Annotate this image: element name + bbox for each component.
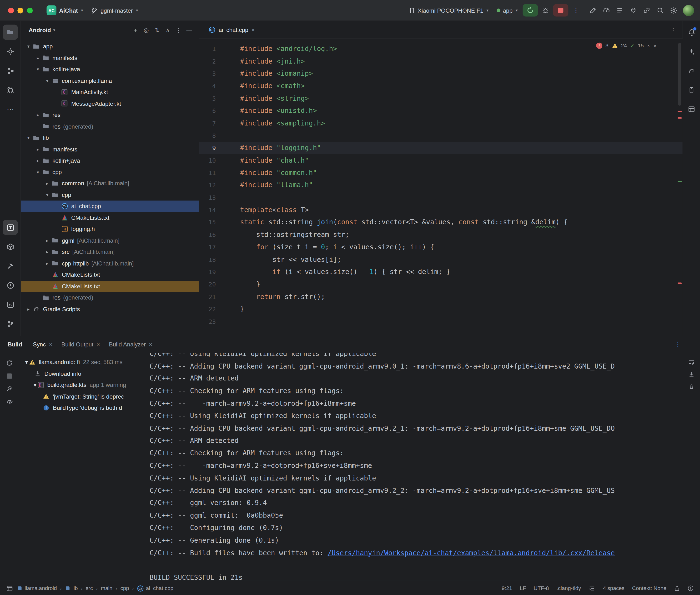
line-number[interactable]: 16 <box>199 231 216 238</box>
tree-item-com-example-llama[interactable]: ▾com.example.llama <box>21 75 199 86</box>
code-line-7[interactable]: 7#include <sampling.h> <box>199 117 682 129</box>
build-tree-item-build-gradle-kts[interactable]: ▾build.gradle.ktsapp 1 warning <box>19 379 145 391</box>
line-number[interactable]: 8 <box>199 132 216 139</box>
error-stripe[interactable] <box>677 38 682 336</box>
line-number[interactable]: 7 <box>199 119 216 127</box>
expand-chevron-icon[interactable]: ▸ <box>43 181 51 186</box>
line-number[interactable]: 21 <box>199 293 216 300</box>
pin-icon[interactable] <box>6 386 12 392</box>
dependencies-tool-button[interactable] <box>3 239 18 254</box>
expand-chevron-icon[interactable]: ▾ <box>34 67 42 72</box>
tree-item-res[interactable]: res(generated) <box>21 292 199 303</box>
line-number[interactable]: 12 <box>199 181 216 189</box>
more-run-options-kebab[interactable]: ⋮ <box>569 4 583 17</box>
tree-item-res[interactable]: res(generated) <box>21 121 199 132</box>
file-encoding[interactable]: UTF-8 <box>534 585 549 591</box>
line-number[interactable]: 13 <box>199 194 216 201</box>
code-line-18[interactable]: 18 str << values[i]; <box>199 253 682 266</box>
inspections-widget[interactable]: ! 3 24 ✓ 15 ∧ ∨ <box>593 42 659 50</box>
vcs-widget[interactable]: ggml-master ▾ <box>87 4 142 17</box>
close-tab-icon[interactable]: × <box>252 26 255 33</box>
context[interactable]: Context: None <box>632 585 666 591</box>
clear-console-button[interactable] <box>688 383 695 390</box>
line-number[interactable]: 11 <box>199 169 216 176</box>
structure-tool-button[interactable] <box>3 63 18 78</box>
expand-chevron-icon[interactable]: ▾ <box>25 44 32 49</box>
lock-icon[interactable] <box>674 585 680 591</box>
line-number[interactable]: 4 <box>199 82 216 89</box>
code-line-6[interactable]: 6#include <unistd.h> <box>199 105 682 117</box>
code-line-4[interactable]: 4#include <cmath> <box>199 80 682 92</box>
indent-size[interactable]: 4 spaces <box>603 585 624 591</box>
breadcrumb-cpp[interactable]: cpp <box>120 585 129 591</box>
close-tab-icon[interactable]: × <box>149 341 152 348</box>
minimize-window-button[interactable] <box>18 7 23 13</box>
tree-item-ggml[interactable]: ▸ggml[AiChat.lib.main] <box>21 235 199 246</box>
change-mark[interactable] <box>678 181 682 182</box>
zoom-window-button[interactable] <box>27 7 33 13</box>
search-everywhere-button[interactable] <box>653 4 667 17</box>
more-tool-windows-button[interactable]: ⋯ <box>3 102 18 117</box>
profiler-button[interactable] <box>600 4 613 17</box>
code-editor[interactable]: 1#include <android/log.h>2#include <jni.… <box>199 38 682 336</box>
build-tab-build-output[interactable]: Build Output× <box>57 336 105 353</box>
line-number[interactable]: 19 <box>199 268 216 276</box>
breadcrumb-lib[interactable]: lib <box>65 585 78 591</box>
code-line-22[interactable]: 22} <box>199 303 682 315</box>
window-layout-icon[interactable] <box>6 585 13 592</box>
line-number[interactable]: 20 <box>199 281 216 288</box>
expand-chevron-icon[interactable]: ▸ <box>34 147 42 152</box>
project-tool-button[interactable] <box>3 25 18 40</box>
line-number[interactable]: 5 <box>199 95 216 102</box>
expand-chevron-icon[interactable]: ▾ <box>25 135 32 140</box>
code-line-12[interactable]: 12#include "llama.h" <box>199 179 682 191</box>
build-console[interactable]: C/C++: -- Using KleidiAI optimized kerne… <box>145 353 683 581</box>
tree-item-kotlin-java[interactable]: ▸kotlin+java <box>21 155 199 166</box>
error-mark[interactable] <box>678 117 682 119</box>
logcat-button[interactable] <box>613 4 626 17</box>
rerun-sync-button[interactable] <box>6 360 13 367</box>
line-number[interactable]: 10 <box>199 157 216 164</box>
build-tab-sync[interactable]: Sync× <box>28 336 57 353</box>
code-line-3[interactable]: 3#include <iomanip> <box>199 67 682 80</box>
profile-avatar[interactable] <box>683 5 694 16</box>
build-tree-item-buildtype-debug-is-both-d[interactable]: BuildType 'debug' is both d <box>19 402 145 414</box>
tree-item-res[interactable]: ▸res <box>21 109 199 121</box>
expand-chevron-icon[interactable]: ▸ <box>34 55 42 60</box>
ai-assistant-button[interactable] <box>586 4 599 17</box>
tree-item-gradle-scripts[interactable]: ▸Gradle Scripts <box>21 303 199 315</box>
stop-button[interactable] <box>553 4 568 17</box>
prev-problem-button[interactable]: ∧ <box>647 43 650 48</box>
project-widget[interactable]: AC AiChat ▾ <box>43 4 87 17</box>
expand-chevron-icon[interactable]: ▸ <box>43 250 51 255</box>
code-line-16[interactable]: 16 std::ostringstream str; <box>199 229 682 241</box>
breadcrumb-src[interactable]: src <box>86 585 93 591</box>
tree-item-app[interactable]: ▾app <box>21 41 199 52</box>
line-number[interactable]: 18 <box>199 256 216 263</box>
close-window-button[interactable] <box>8 7 14 13</box>
plugins-button[interactable] <box>627 4 640 17</box>
build-tool-button[interactable] <box>3 258 18 274</box>
tree-item-cmakelists-txt[interactable]: CMakeLists.txt <box>21 269 199 281</box>
line-number[interactable]: 3 <box>199 70 216 77</box>
clang-tidy[interactable]: .clang-tidy <box>556 585 581 591</box>
expand-chevron-icon[interactable]: ▾ <box>34 170 42 174</box>
code-line-15[interactable]: 15static std::string join(const std::vec… <box>199 216 682 229</box>
code-line-20[interactable]: 20 } <box>199 278 682 290</box>
rerun-button[interactable] <box>523 4 538 17</box>
hide-build-panel-button[interactable]: — <box>688 341 694 348</box>
code-line-2[interactable]: 2#include <jni.h> <box>199 55 682 67</box>
code-style-icon[interactable] <box>589 586 595 591</box>
commit-tool-button[interactable] <box>3 44 18 59</box>
expand-chevron-icon[interactable]: ▸ <box>43 261 51 266</box>
editor-options-kebab[interactable]: ⋮ <box>670 26 682 33</box>
expand-chevron-icon[interactable]: ▸ <box>34 158 42 163</box>
tree-item-manifests[interactable]: ▸manifests <box>21 144 199 155</box>
tree-item-cpp[interactable]: ▾cpp <box>21 166 199 178</box>
new-item-button[interactable]: + <box>130 27 141 33</box>
todo-tool-button[interactable] <box>3 220 18 235</box>
inspect-eye-icon[interactable] <box>6 399 12 405</box>
hide-panel-button[interactable]: — <box>184 27 194 33</box>
tree-item-messageadapter-kt[interactable]: MessageAdapter.kt <box>21 98 199 109</box>
breadcrumb-llama-android[interactable]: llama.android <box>17 585 57 591</box>
